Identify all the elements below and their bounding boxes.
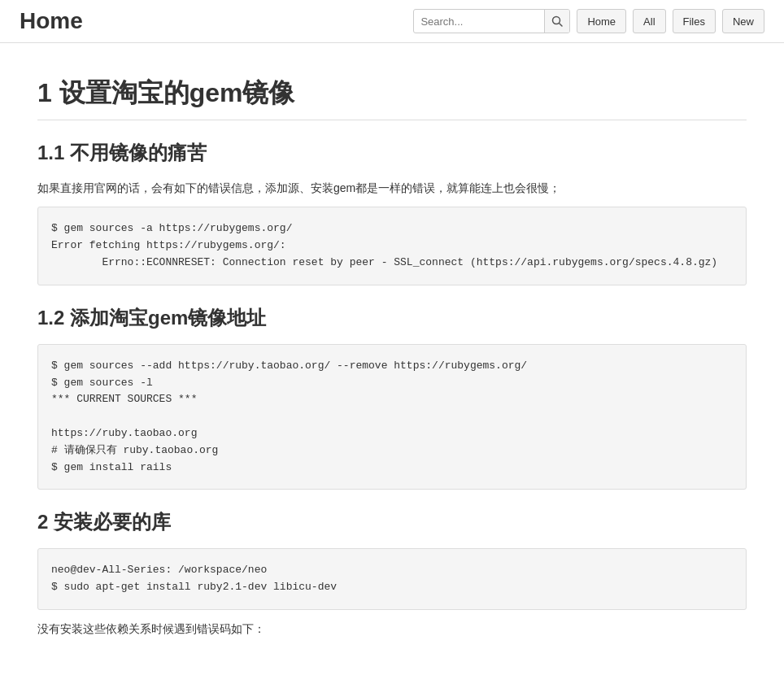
section-1-1-heading: 1.1 不用镜像的痛苦 [37, 140, 747, 166]
section-1-1-code: $ gem sources -a https://rubygems.org/ E… [37, 207, 747, 285]
main-heading: 1 设置淘宝的gem镜像 [37, 76, 747, 120]
nav-files-button[interactable]: Files [673, 9, 716, 33]
search-button[interactable] [544, 9, 569, 33]
app-header: Home Home All Files New [0, 0, 784, 43]
page-title: Home [20, 8, 83, 34]
header-controls: Home All Files New [413, 9, 764, 33]
search-input[interactable] [414, 12, 544, 31]
main-content: 1 设置淘宝的gem镜像 1.1 不用镜像的痛苦 如果直接用官网的话，会有如下的… [18, 43, 766, 664]
section-2-heading: 2 安装必要的库 [37, 509, 747, 535]
section-1-2-code: $ gem sources --add https://ruby.taobao.… [37, 344, 747, 490]
section-2-code: neo@dev-All-Series: /workspace/neo $ sud… [37, 548, 747, 610]
search-icon [551, 15, 563, 27]
nav-home-button[interactable]: Home [577, 9, 626, 33]
search-wrapper [413, 9, 570, 33]
after-code-paragraph: 没有安装这些依赖关系时候遇到错误码如下： [37, 620, 747, 638]
section-1-1-paragraph: 如果直接用官网的话，会有如下的错误信息，添加源、安装gem都是一样的错误，就算能… [37, 179, 747, 197]
nav-new-button[interactable]: New [722, 9, 764, 33]
section-1-2-heading: 1.2 添加淘宝gem镜像地址 [37, 305, 747, 331]
svg-line-1 [560, 24, 563, 27]
nav-all-button[interactable]: All [633, 9, 665, 33]
